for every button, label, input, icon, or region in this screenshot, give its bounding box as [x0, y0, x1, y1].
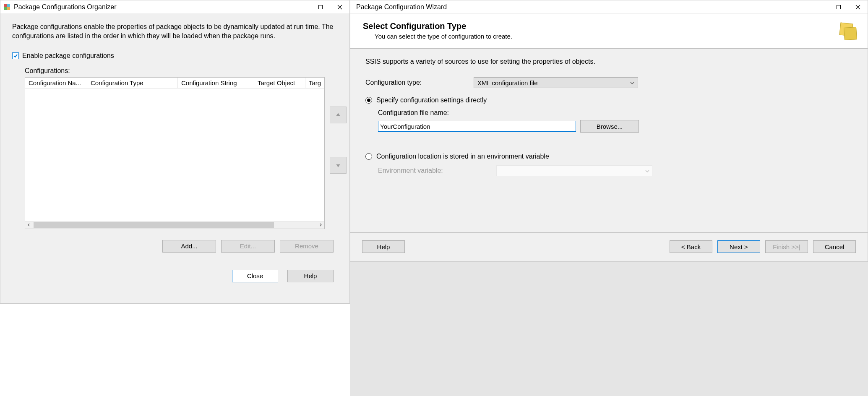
wizard-titlebar: Package Configuration Wizard	[350, 0, 868, 14]
wizard-header-sub: You can select the type of configuration…	[375, 33, 837, 40]
wizard-header-title: Select Configuration Type	[363, 21, 837, 31]
scroll-left-icon[interactable]	[25, 221, 33, 229]
close-icon[interactable]	[848, 0, 868, 14]
edit-button[interactable]: Edit...	[221, 240, 275, 253]
cancel-button[interactable]: Cancel	[813, 240, 856, 253]
env-var-label: Environment variable:	[378, 167, 491, 175]
finish-button[interactable]: Finish >>|	[765, 240, 808, 253]
scroll-thumb[interactable]	[34, 222, 274, 228]
background-area	[350, 262, 868, 396]
organizer-description: Package configurations enable the proper…	[12, 22, 335, 41]
config-file-input[interactable]	[378, 121, 576, 132]
minimize-button[interactable]	[292, 0, 311, 14]
hscrollbar[interactable]	[25, 221, 324, 229]
back-button[interactable]: < Back	[670, 240, 712, 253]
enable-configs-label: Enable package configurations	[22, 52, 114, 60]
organizer-titlebar: Package Configurations Organizer	[0, 0, 349, 14]
col-target[interactable]: Targ	[305, 78, 324, 88]
radio-direct[interactable]	[365, 97, 372, 104]
wizard-help-button[interactable]: Help	[362, 240, 405, 253]
table-body	[25, 89, 324, 221]
chevron-down-icon	[645, 168, 649, 173]
config-type-value: XML configuration file	[477, 79, 538, 86]
maximize-button[interactable]	[829, 0, 848, 14]
maximize-button[interactable]	[311, 0, 330, 14]
close-button[interactable]: Close	[232, 270, 278, 282]
help-button[interactable]: Help	[287, 270, 334, 282]
minimize-button[interactable]	[810, 0, 829, 14]
configurations-table[interactable]: Configuration Na... Configuration Type C…	[25, 77, 325, 229]
move-up-button[interactable]	[330, 107, 347, 123]
organizer-window: Package Configurations Organizer Package…	[0, 0, 350, 304]
col-config-name[interactable]: Configuration Na...	[25, 78, 87, 88]
browse-button[interactable]: Browse...	[580, 120, 639, 133]
close-icon[interactable]	[330, 0, 349, 14]
config-type-label: Configuration type:	[365, 79, 469, 86]
wizard-title: Package Configuration Wizard	[356, 3, 447, 11]
organizer-title: Package Configurations Organizer	[14, 3, 117, 11]
app-icon	[4, 4, 10, 10]
separator	[10, 262, 340, 262]
scroll-right-icon[interactable]	[317, 221, 324, 229]
file-name-label: Configuration file name:	[378, 109, 852, 117]
wizard-window: Package Configuration Wizard Select Conf…	[350, 0, 868, 262]
add-button[interactable]: Add...	[162, 240, 216, 253]
next-button[interactable]: Next >	[717, 240, 760, 253]
move-down-button[interactable]	[330, 157, 347, 174]
col-config-string[interactable]: Configuration String	[178, 78, 254, 88]
configurations-label: Configurations:	[25, 67, 338, 75]
col-target-object[interactable]: Target Object	[254, 78, 305, 88]
col-config-type[interactable]: Configuration Type	[87, 78, 178, 88]
radio-env[interactable]	[365, 153, 372, 160]
env-var-select	[496, 165, 652, 176]
wizard-support-text: SSIS supports a variety of sources to us…	[365, 58, 852, 65]
chevron-down-icon	[630, 80, 634, 85]
table-header: Configuration Na... Configuration Type C…	[25, 78, 324, 89]
config-type-select[interactable]: XML configuration file	[474, 77, 638, 88]
remove-button[interactable]: Remove	[280, 240, 334, 253]
radio-env-label: Configuration location is stored in an e…	[376, 153, 549, 160]
package-icon	[837, 21, 858, 41]
radio-direct-label: Specify configuration settings directly	[376, 96, 487, 104]
enable-configs-checkbox[interactable]	[12, 52, 19, 59]
wizard-header: Select Configuration Type You can select…	[350, 14, 868, 48]
